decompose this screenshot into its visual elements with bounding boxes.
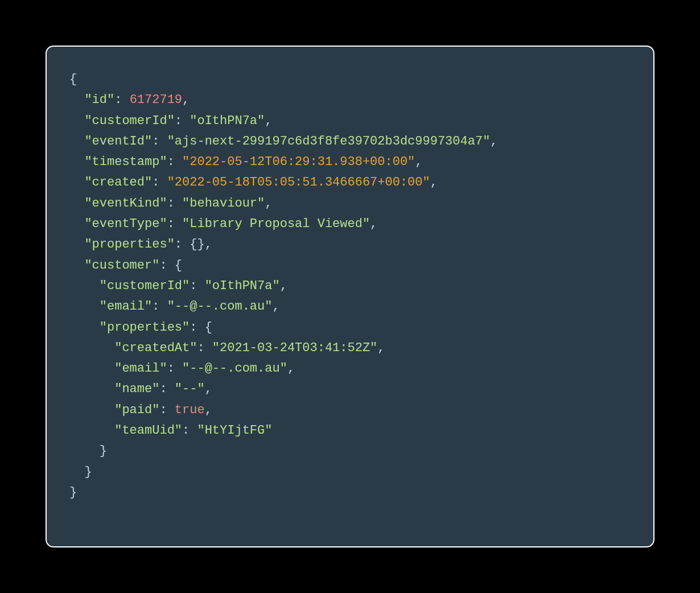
key-created: "created": [84, 175, 152, 190]
value-prop-name: "--": [175, 382, 205, 396]
brace-close: }: [69, 485, 77, 500]
brace-close: }: [100, 444, 107, 458]
key-eventKind: "eventKind": [84, 196, 167, 211]
key-id: "id": [84, 93, 114, 107]
value-cust-customerId: "oIthPN7a": [205, 279, 280, 293]
value-eventId: "ajs-next-299197c6d3f8fe39702b3dc9997304…: [167, 134, 491, 149]
value-properties-empty: {}: [190, 237, 204, 252]
value-cust-email: "--@--.com.au": [167, 299, 273, 314]
value-eventType: "Library Proposal Viewed": [182, 217, 370, 231]
key-customerId: "customerId": [84, 114, 174, 128]
value-timestamp: "2022-05-12T06:29:31.938+00:00": [182, 155, 415, 169]
key-cust-email: "email": [100, 299, 152, 314]
key-prop-name: "name": [114, 382, 159, 396]
value-prop-email: "--@--.com.au": [182, 361, 287, 376]
key-prop-teamUid: "teamUid": [114, 423, 182, 438]
key-prop-email: "email": [114, 361, 167, 376]
key-properties: "properties": [84, 237, 174, 252]
key-cust-properties: "properties": [100, 320, 190, 335]
key-cust-customerId: "customerId": [100, 279, 190, 293]
value-prop-createdAt: "2021-03-24T03:41:52Z": [212, 341, 377, 355]
json-code-panel: { "id": 6172719, "customerId": "oIthPN7a…: [46, 46, 654, 547]
json-code-block: { "id": 6172719, "customerId": "oIthPN7a…: [69, 69, 631, 503]
key-customer: "customer": [84, 258, 159, 273]
brace-open: {: [69, 72, 77, 87]
value-eventKind: "behaviour": [182, 196, 265, 211]
key-prop-paid: "paid": [114, 403, 159, 417]
value-customerId: "oIthPN7a": [190, 114, 265, 128]
value-created: "2022-05-18T05:05:51.3466667+00:00": [167, 175, 430, 190]
key-prop-createdAt: "createdAt": [114, 341, 197, 355]
brace-close: }: [84, 465, 92, 479]
key-eventId: "eventId": [84, 134, 152, 149]
key-timestamp: "timestamp": [84, 155, 167, 169]
value-id: 6172719: [130, 93, 182, 107]
value-prop-paid: true: [175, 403, 205, 417]
key-eventType: "eventType": [84, 217, 167, 231]
value-prop-teamUid: "HtYIjtFG": [197, 423, 272, 438]
